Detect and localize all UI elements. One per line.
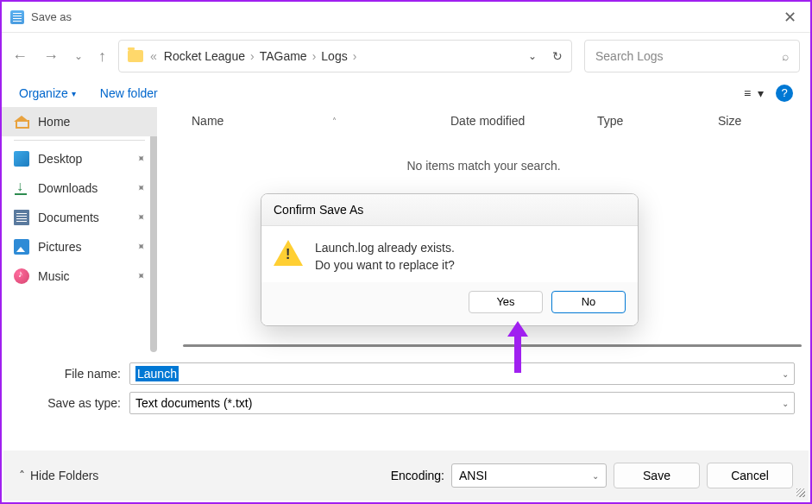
recent-dropdown[interactable]: ⌄ — [74, 50, 83, 62]
chevron-left-icon: « — [150, 49, 157, 63]
refresh-button[interactable]: ↻ — [552, 49, 563, 63]
search-icon: ⌕ — [782, 49, 789, 63]
column-size[interactable]: Size — [718, 114, 784, 128]
encoding-value: ANSI — [459, 469, 488, 482]
filetype-select[interactable]: Text documents (*.txt) ⌄ — [129, 392, 795, 414]
column-name[interactable]: Name ˄ — [192, 114, 450, 128]
filetype-value: Text documents (*.txt) — [135, 396, 252, 410]
breadcrumb[interactable]: « Rocket League › TAGame › Logs › ⌄ ↻ — [118, 40, 572, 72]
new-folder-button[interactable]: New folder — [100, 86, 158, 100]
pin-icon: ✦ — [134, 269, 148, 284]
pin-icon: ✦ — [134, 181, 148, 196]
filename-label: File name: — [17, 367, 129, 381]
search-input[interactable]: Search Logs ⌕ — [584, 40, 800, 72]
chevron-down-icon[interactable]: ⌄ — [782, 369, 789, 379]
view-menu[interactable]: ≡ ▾ — [744, 86, 764, 100]
filename-value: Launch — [135, 366, 179, 381]
chevron-down-icon[interactable]: ⌄ — [782, 399, 789, 408]
up-button[interactable]: ↑ — [98, 47, 106, 66]
dialog-title: Confirm Save As — [261, 194, 638, 226]
sidebar-item-downloads[interactable]: Downloads ✦ — [2, 173, 157, 203]
chevron-up-icon: ˄ — [19, 469, 25, 482]
dialog-message-line1: Launch.log already exists. — [315, 240, 455, 257]
encoding-select[interactable]: ANSI ⌄ — [451, 463, 607, 488]
sidebar-item-pictures[interactable]: Pictures ✦ — [2, 232, 157, 261]
dialog-message-line2: Do you want to replace it? — [315, 257, 455, 274]
home-icon — [14, 114, 29, 129]
folder-icon — [128, 50, 143, 62]
sidebar-item-label: Desktop — [38, 152, 82, 166]
sidebar-item-label: Music — [38, 269, 70, 283]
crumb-logs[interactable]: Logs — [321, 49, 347, 63]
chevron-right-icon: › — [312, 49, 317, 63]
sidebar-item-label: Documents — [38, 211, 99, 224]
yes-button[interactable]: Yes — [469, 291, 543, 313]
chevron-down-icon: ⌄ — [592, 471, 599, 481]
music-icon — [14, 268, 29, 284]
hide-folders-toggle[interactable]: ˄ Hide Folders — [19, 469, 98, 482]
resize-grip[interactable] — [796, 488, 805, 497]
desktop-icon — [14, 151, 29, 167]
download-icon — [14, 180, 29, 196]
column-type[interactable]: Type — [597, 114, 718, 128]
chevron-right-icon: › — [353, 49, 357, 63]
filename-input[interactable]: Launch ⌄ — [129, 362, 795, 385]
confirm-save-dialog: Confirm Save As Launch.log already exist… — [261, 193, 639, 326]
save-button[interactable]: Save — [614, 463, 700, 488]
chevron-down-icon: ▾ — [72, 89, 76, 98]
pin-icon: ✦ — [134, 240, 148, 255]
encoding-label: Encoding: — [391, 469, 444, 482]
sidebar-item-desktop[interactable]: Desktop ✦ — [2, 144, 157, 173]
sidebar-item-label: Downloads — [38, 181, 98, 195]
pictures-icon — [14, 239, 29, 255]
empty-message: No items match your search. — [157, 135, 810, 173]
no-button[interactable]: No — [551, 291, 626, 313]
crumb-tagame[interactable]: TAGame — [260, 49, 307, 63]
search-placeholder: Search Logs — [595, 49, 782, 63]
divider — [14, 140, 145, 141]
help-button[interactable]: ? — [776, 85, 793, 102]
breadcrumb-dropdown[interactable]: ⌄ — [528, 50, 537, 62]
column-date[interactable]: Date modified — [450, 114, 597, 128]
pin-icon: ✦ — [134, 211, 148, 225]
window-title: Save as — [31, 10, 778, 23]
sidebar-item-music[interactable]: Music ✦ — [2, 261, 157, 291]
crumb-rocket-league[interactable]: Rocket League — [164, 49, 245, 63]
back-button[interactable]: ← — [12, 47, 28, 66]
app-icon — [10, 10, 24, 24]
filetype-label: Save as type: — [17, 396, 129, 410]
sidebar-item-label: Home — [38, 115, 70, 129]
sidebar-item-home[interactable]: Home — [2, 107, 157, 136]
organize-menu[interactable]: Organize ▾ — [19, 86, 76, 100]
close-button[interactable]: ✕ — [778, 8, 802, 27]
chevron-right-icon: › — [250, 49, 255, 63]
sort-indicator: ˄ — [332, 117, 337, 126]
cancel-button[interactable]: Cancel — [707, 463, 793, 488]
sidebar-item-label: Pictures — [38, 240, 82, 254]
pin-icon: ✦ — [134, 152, 148, 167]
warning-icon — [274, 240, 303, 266]
document-icon — [14, 210, 29, 225]
sidebar-item-documents[interactable]: Documents ✦ — [2, 203, 157, 232]
sidebar: Home Desktop ✦ Downloads ✦ Documents ✦ P… — [2, 107, 157, 354]
horizontal-scrollbar[interactable] — [183, 344, 802, 347]
forward-button[interactable]: → — [43, 47, 59, 66]
